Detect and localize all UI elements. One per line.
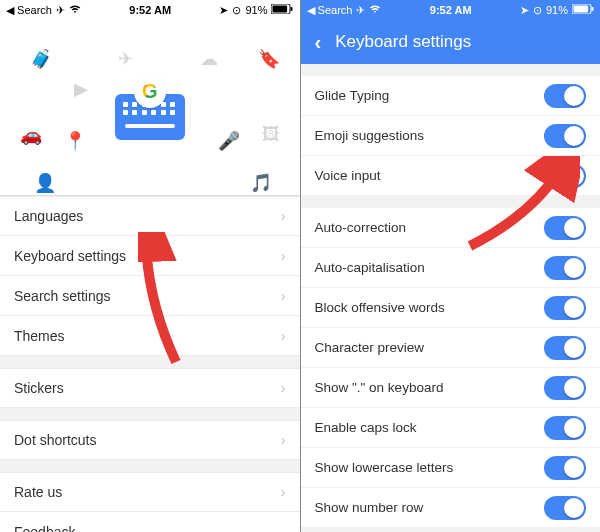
toggle-switch[interactable]	[544, 456, 586, 480]
car-icon: 🚗	[20, 124, 42, 146]
toggle-list: Glide Typing Emoji suggestions Voice inp…	[301, 64, 601, 532]
toggle-switch[interactable]	[544, 336, 586, 360]
row-label: Show number row	[315, 500, 424, 515]
toggle-switch[interactable]	[544, 296, 586, 320]
row-block-offensive[interactable]: Block offensive words	[301, 288, 601, 328]
row-label: Stickers	[14, 380, 64, 396]
row-show-number-row[interactable]: Show number row	[301, 488, 601, 528]
row-show-period[interactable]: Show "." on keyboard	[301, 368, 601, 408]
row-keyboard-settings[interactable]: Keyboard settings›	[0, 236, 300, 276]
clock: 9:52 AM	[129, 4, 171, 16]
pin-icon: 📍	[64, 130, 86, 152]
location-icon: ➤	[520, 4, 529, 17]
status-bar: ◀ Search ✈ 9:52 AM ➤ ⊙ 91%	[0, 0, 300, 20]
screen-keyboard-settings: ◀ Search ✈ 9:52 AM ➤ ⊙ 91% ‹ Keyboard se…	[301, 0, 601, 532]
airplane-icon: ✈	[56, 4, 65, 17]
toggle-switch[interactable]	[544, 124, 586, 148]
toggle-switch[interactable]	[544, 376, 586, 400]
mic-icon: 🎤	[218, 130, 240, 152]
toggle-switch[interactable]	[544, 164, 586, 188]
svg-rect-5	[591, 7, 593, 11]
back-button[interactable]: ‹	[315, 31, 322, 54]
settings-list: Languages› Keyboard settings› Search set…	[0, 196, 300, 532]
airplane-icon: ✈	[356, 4, 365, 17]
back-to-search[interactable]: ◀ Search	[6, 4, 52, 17]
location-icon: ➤	[219, 4, 228, 17]
wifi-icon	[369, 4, 381, 16]
nav-header: ‹ Keyboard settings	[301, 20, 601, 64]
chevron-right-icon: ›	[281, 328, 286, 344]
chevron-right-icon: ›	[281, 288, 286, 304]
row-label: Glide Typing	[315, 88, 390, 103]
row-themes[interactable]: Themes›	[0, 316, 300, 356]
briefcase-icon: 🧳	[30, 48, 52, 70]
plane-icon: ✈	[118, 48, 133, 70]
hero-banner: 🧳 ✈ ☁ 🔖 ▶ 🚗 📍 🎤 🖼 👤 🎵 G	[0, 20, 300, 196]
row-search-settings[interactable]: Search settings›	[0, 276, 300, 316]
row-rate-us[interactable]: Rate us›	[0, 472, 300, 512]
bookmark-icon: 🔖	[258, 48, 280, 70]
row-label: Block offensive words	[315, 300, 445, 315]
row-feedback[interactable]: Feedback	[0, 512, 300, 532]
wifi-icon	[69, 4, 81, 16]
toggle-switch[interactable]	[544, 256, 586, 280]
row-label: Character preview	[315, 340, 425, 355]
row-label: Dot shortcuts	[14, 432, 96, 448]
alarm-icon: ⊙	[533, 4, 542, 17]
row-stickers[interactable]: Stickers›	[0, 368, 300, 408]
clock: 9:52 AM	[430, 4, 472, 16]
row-auto-correction[interactable]: Auto-correction	[301, 208, 601, 248]
row-label: Search settings	[14, 288, 111, 304]
svg-rect-2	[291, 7, 293, 11]
page-title: Keyboard settings	[335, 32, 471, 52]
screen-gboard-main: ◀ Search ✈ 9:52 AM ➤ ⊙ 91% 🧳 ✈ ☁	[0, 0, 300, 532]
row-label: Emoji suggestions	[315, 128, 425, 143]
row-label: Show lowercase letters	[315, 460, 454, 475]
toggle-switch[interactable]	[544, 84, 586, 108]
row-emoji-suggestions[interactable]: Emoji suggestions	[301, 116, 601, 156]
row-character-preview[interactable]: Character preview	[301, 328, 601, 368]
battery-text: 91%	[245, 4, 267, 16]
row-label: Languages	[14, 208, 83, 224]
gboard-logo: G	[115, 76, 185, 140]
row-voice-input[interactable]: Voice input	[301, 156, 601, 196]
svg-rect-4	[573, 6, 588, 13]
svg-rect-1	[273, 6, 288, 13]
row-label: Keyboard settings	[14, 248, 126, 264]
toggle-switch[interactable]	[544, 496, 586, 520]
row-label: Voice input	[315, 168, 381, 183]
row-label: Enable caps lock	[315, 420, 417, 435]
chevron-right-icon: ›	[281, 208, 286, 224]
chevron-right-icon: ›	[281, 380, 286, 396]
row-label: Auto-correction	[315, 220, 407, 235]
image-icon: 🖼	[262, 124, 280, 145]
battery-icon	[271, 4, 293, 16]
row-glide-typing[interactable]: Glide Typing	[301, 76, 601, 116]
battery-text: 91%	[546, 4, 568, 16]
note-icon: 🎵	[250, 172, 272, 194]
alarm-icon: ⊙	[232, 4, 241, 17]
cloud-icon: ☁	[200, 48, 218, 70]
status-bar: ◀ Search ✈ 9:52 AM ➤ ⊙ 91%	[301, 0, 601, 20]
chevron-right-icon: ›	[281, 248, 286, 264]
row-dot-shortcuts[interactable]: Dot shortcuts›	[0, 420, 300, 460]
row-show-lowercase[interactable]: Show lowercase letters	[301, 448, 601, 488]
row-label: Auto-capitalisation	[315, 260, 425, 275]
toggle-switch[interactable]	[544, 216, 586, 240]
row-auto-capitalisation[interactable]: Auto-capitalisation	[301, 248, 601, 288]
back-to-search[interactable]: ◀ Search	[307, 4, 353, 17]
row-languages[interactable]: Languages›	[0, 196, 300, 236]
row-label: Rate us	[14, 484, 62, 500]
chevron-right-icon: ›	[281, 484, 286, 500]
battery-icon	[572, 4, 594, 16]
person-icon: 👤	[34, 172, 56, 194]
toggle-switch[interactable]	[544, 416, 586, 440]
row-label: Themes	[14, 328, 65, 344]
chevron-right-icon: ›	[281, 432, 286, 448]
row-label: Show "." on keyboard	[315, 380, 444, 395]
row-label: Feedback	[14, 524, 75, 533]
play-icon: ▶	[74, 78, 88, 100]
row-enable-caps-lock[interactable]: Enable caps lock	[301, 408, 601, 448]
